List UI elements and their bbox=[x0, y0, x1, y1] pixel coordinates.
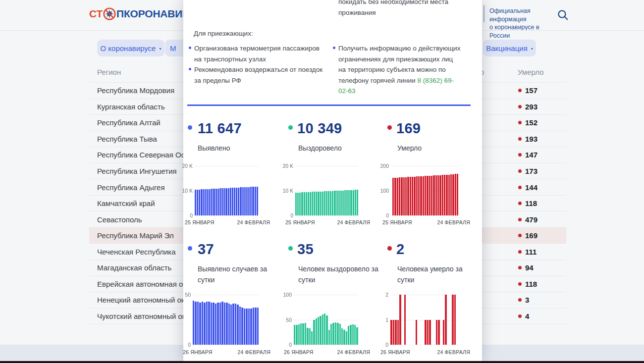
x-start-label: 25 ЯНВАРЯ bbox=[185, 219, 215, 225]
bar bbox=[439, 175, 441, 216]
y-tick-label: 20 K bbox=[271, 162, 293, 169]
bar bbox=[226, 303, 227, 345]
bar bbox=[320, 316, 321, 345]
bar bbox=[193, 301, 194, 345]
bar bbox=[242, 187, 244, 215]
bar bbox=[228, 188, 229, 215]
bar bbox=[438, 320, 440, 345]
x-start-label: 25 ЯНВАРЯ bbox=[285, 219, 315, 225]
x-end-label: 24 ФЕВРАЛЯ bbox=[437, 349, 470, 355]
bar bbox=[328, 191, 329, 215]
bar bbox=[221, 188, 223, 215]
bar bbox=[230, 305, 232, 345]
gridline bbox=[294, 345, 358, 345]
recovered-dot-icon bbox=[288, 125, 293, 130]
stat-value: 11 647 bbox=[198, 120, 242, 137]
bar bbox=[401, 177, 402, 215]
y-tick-label: 50 bbox=[269, 316, 292, 323]
bar bbox=[348, 190, 350, 215]
bar bbox=[390, 320, 392, 345]
bar bbox=[431, 176, 432, 216]
stat-value: 37 bbox=[198, 241, 214, 258]
bar bbox=[450, 174, 452, 215]
bar bbox=[306, 192, 307, 215]
stat-value: 35 bbox=[297, 241, 314, 258]
bar bbox=[330, 324, 332, 345]
x-axis-labels: 25 ЯНВАРЯ24 ФЕВРАЛЯ bbox=[382, 219, 470, 225]
bar bbox=[332, 191, 333, 215]
stat-value: 10 349 bbox=[297, 120, 342, 137]
bar bbox=[320, 192, 322, 215]
bar bbox=[310, 192, 311, 215]
bar bbox=[297, 193, 299, 215]
bar bbox=[397, 178, 398, 216]
bar bbox=[397, 320, 399, 345]
stat-value: 2 bbox=[396, 241, 404, 258]
gridline bbox=[392, 215, 458, 216]
x-start-label: 25 ЯНВАРЯ bbox=[382, 219, 412, 225]
bar bbox=[326, 315, 327, 345]
bar bbox=[208, 302, 210, 345]
gridline bbox=[390, 345, 458, 345]
bar-series bbox=[294, 295, 358, 345]
bar bbox=[246, 309, 247, 345]
bar bbox=[429, 176, 430, 216]
bar bbox=[350, 325, 351, 345]
restriction-text-tail: покидать без необходимости места прожива… bbox=[338, 0, 451, 18]
bar bbox=[223, 188, 225, 215]
bar bbox=[316, 192, 317, 215]
bar bbox=[257, 187, 258, 215]
bar bbox=[444, 175, 445, 215]
stat-label: Выявлено случаев за сутки bbox=[198, 263, 273, 285]
bar bbox=[239, 307, 241, 345]
bar bbox=[209, 189, 211, 215]
bar bbox=[435, 175, 437, 215]
bar-series bbox=[195, 166, 258, 215]
bar bbox=[234, 188, 235, 215]
x-end-label: 24 ФЕВРАЛЯ bbox=[237, 349, 270, 355]
bar bbox=[404, 295, 406, 345]
bar bbox=[204, 303, 205, 345]
region-stats-modal: покидать без необходимости места прожива… bbox=[183, 0, 482, 363]
bar-series bbox=[193, 295, 259, 345]
bar bbox=[217, 189, 219, 215]
bar bbox=[211, 189, 213, 215]
bar bbox=[213, 189, 215, 215]
bar-series bbox=[295, 166, 358, 215]
y-tick-label: 10 K bbox=[170, 187, 193, 194]
bar bbox=[300, 323, 302, 345]
bar bbox=[199, 190, 200, 215]
bar bbox=[342, 191, 344, 215]
bar bbox=[425, 176, 426, 215]
y-tick-label: 0 bbox=[168, 341, 191, 348]
bullet-dot-icon bbox=[189, 68, 191, 70]
bar bbox=[225, 188, 227, 215]
bar-series bbox=[390, 295, 458, 345]
x-end-label: 24 ФЕВРАЛЯ bbox=[237, 219, 270, 225]
bullet-text: Организована термометрия пассажиров на т… bbox=[194, 45, 320, 63]
x-end-label: 24 ФЕВРАЛЯ bbox=[437, 219, 470, 225]
bar bbox=[416, 320, 418, 345]
bar bbox=[213, 303, 214, 345]
y-tick-label: 1 bbox=[366, 316, 388, 323]
bar bbox=[295, 193, 297, 215]
bar bbox=[341, 328, 343, 345]
bar bbox=[238, 188, 239, 215]
bar bbox=[298, 324, 300, 345]
bullet-dot-icon bbox=[333, 47, 335, 49]
bar bbox=[457, 174, 458, 216]
stat-deaths-daily: 2 Человека умерло за сутки bbox=[387, 241, 404, 258]
bar bbox=[307, 328, 308, 345]
stat-label: Умерло bbox=[397, 143, 482, 154]
stat-label: Человека умерло за сутки bbox=[397, 263, 473, 285]
x-start-label: 26 ЯНВАРЯ bbox=[183, 349, 213, 355]
viewport-bottom-bar bbox=[0, 361, 644, 363]
bar bbox=[427, 176, 428, 215]
bar bbox=[299, 193, 301, 215]
bar bbox=[399, 295, 401, 345]
bar bbox=[255, 187, 256, 215]
bar bbox=[425, 320, 427, 345]
bar bbox=[201, 189, 202, 215]
bar bbox=[195, 190, 196, 215]
recovered-dot-icon bbox=[288, 246, 293, 251]
